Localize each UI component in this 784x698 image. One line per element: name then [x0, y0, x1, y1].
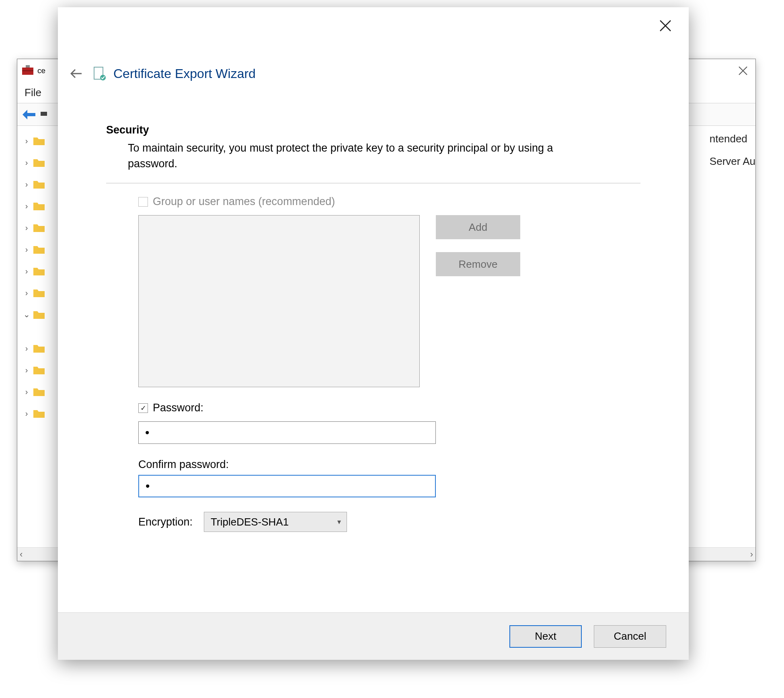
encryption-value: TripleDES-SHA1: [211, 516, 289, 528]
nav-fwd-icon[interactable]: [41, 109, 49, 120]
checkbox-unchecked-icon[interactable]: [138, 197, 148, 207]
bg-title: ce: [37, 66, 45, 75]
chevron-down-icon: ▾: [337, 517, 341, 526]
password-input[interactable]: [138, 421, 436, 444]
password-option[interactable]: Password:: [138, 402, 640, 414]
certificate-icon: [92, 66, 108, 82]
toolbox-icon: [22, 65, 33, 77]
wizard-back-button[interactable]: [69, 66, 84, 81]
wizard-content: Security To maintain security, you must …: [58, 92, 689, 532]
menu-file[interactable]: File: [25, 86, 41, 99]
add-button: Add: [436, 215, 520, 239]
right-column-peek: ntended Server Au: [710, 126, 755, 172]
col-header-fragment: ntended: [710, 127, 755, 150]
bg-close-button[interactable]: [736, 64, 750, 78]
scroll-right-icon[interactable]: ›: [750, 549, 753, 560]
cancel-button[interactable]: Cancel: [594, 625, 666, 648]
certificate-export-wizard: Certificate Export Wizard Security To ma…: [58, 7, 689, 660]
encryption-label: Encryption:: [138, 516, 193, 528]
next-button[interactable]: Next: [509, 625, 582, 648]
section-subtext: To maintain security, you must protect t…: [106, 140, 597, 172]
password-label: Password:: [153, 402, 203, 414]
group-users-option[interactable]: Group or user names (recommended): [138, 195, 640, 208]
confirm-password-input[interactable]: [138, 475, 436, 497]
wizard-title: Certificate Export Wizard: [113, 66, 256, 81]
encryption-dropdown[interactable]: TripleDES-SHA1 ▾: [204, 512, 347, 532]
wizard-close-button[interactable]: [657, 17, 674, 35]
divider: [106, 183, 640, 183]
group-users-listbox: [138, 215, 420, 387]
svg-rect-3: [26, 113, 35, 116]
wizard-header: Certificate Export Wizard: [58, 7, 689, 92]
confirm-password-label: Confirm password:: [138, 458, 640, 471]
wizard-footer: Next Cancel: [58, 612, 689, 660]
col-cell-fragment: Server Au: [710, 150, 755, 172]
svg-rect-2: [22, 70, 33, 71]
svg-rect-1: [26, 65, 30, 68]
scroll-left-icon[interactable]: ‹: [20, 549, 23, 560]
svg-point-7: [100, 75, 106, 80]
section-heading: Security: [106, 124, 640, 136]
svg-rect-4: [41, 112, 47, 116]
nav-back-icon[interactable]: [21, 108, 37, 121]
checkbox-checked-icon[interactable]: [138, 403, 148, 413]
wizard-title-row: Certificate Export Wizard: [92, 66, 256, 82]
remove-button: Remove: [436, 252, 520, 276]
group-users-label: Group or user names (recommended): [153, 195, 335, 208]
